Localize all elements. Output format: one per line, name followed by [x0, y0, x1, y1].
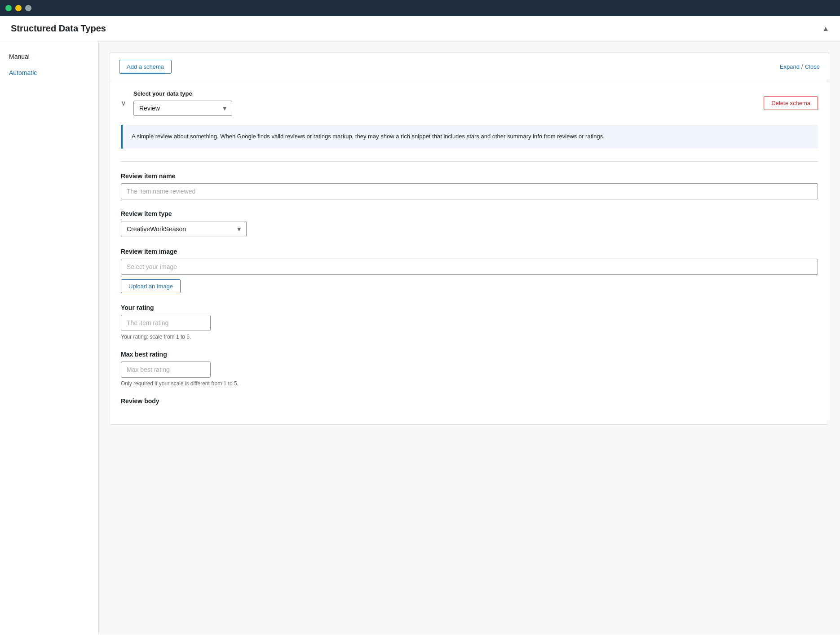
review-item-type-select-wrapper: CreativeWorkSeason Book Movie MusicAlbum… — [121, 221, 247, 237]
link-separator: / — [801, 63, 803, 71]
form-group-max-best-rating: Max best rating Only required if your sc… — [121, 351, 818, 387]
review-body-label: Review body — [121, 397, 818, 405]
your-rating-label: Your rating — [121, 304, 818, 311]
review-item-image-label: Review item image — [121, 248, 818, 255]
sidebar-item-manual[interactable]: Manual — [0, 49, 98, 65]
content-area: Add a schema Expand / Close ∨ Select you… — [99, 41, 840, 635]
form-group-review-item-type: Review item type CreativeWorkSeason Book… — [121, 210, 818, 237]
data-type-section: Select your data type Review Article Pro… — [133, 90, 756, 116]
info-text: A simple review about something. When Go… — [132, 132, 809, 141]
data-type-select[interactable]: Review Article Product FAQ HowTo LocalBu… — [133, 101, 232, 116]
data-type-label: Select your data type — [133, 90, 756, 97]
info-box: A simple review about something. When Go… — [121, 125, 818, 149]
sidebar: Manual Automatic — [0, 41, 99, 635]
schema-panel-header: Add a schema Expand / Close — [110, 53, 829, 81]
upload-image-button[interactable]: Upload an Image — [121, 279, 181, 293]
your-rating-input[interactable] — [121, 315, 211, 331]
form-group-review-item-name: Review item name — [121, 172, 818, 199]
your-rating-hint: Your rating: scale from 1 to 5. — [121, 334, 818, 340]
titlebar — [0, 0, 840, 16]
titlebar-dot-yellow — [15, 5, 22, 11]
data-type-select-wrapper: Review Article Product FAQ HowTo LocalBu… — [133, 101, 232, 116]
titlebar-dot-gray — [25, 5, 31, 11]
data-type-row: ∨ Select your data type Review Article P… — [121, 90, 818, 116]
delete-schema-button[interactable]: Delete schema — [764, 96, 818, 110]
collapse-icon[interactable]: ▲ — [822, 25, 829, 33]
review-item-image-input[interactable] — [121, 259, 818, 275]
separator-line — [121, 161, 818, 162]
page-header: Structured Data Types ▲ — [0, 16, 840, 41]
max-best-rating-hint: Only required if your scale is different… — [121, 380, 818, 387]
expand-close-links: Expand / Close — [780, 63, 820, 71]
form-group-review-item-image: Review item image Upload an Image — [121, 248, 818, 293]
review-item-name-label: Review item name — [121, 172, 818, 180]
close-link[interactable]: Close — [805, 63, 820, 70]
form-group-review-body: Review body — [121, 397, 818, 405]
form-group-your-rating: Your rating Your rating: scale from 1 to… — [121, 304, 818, 340]
review-item-type-select[interactable]: CreativeWorkSeason Book Movie MusicAlbum… — [121, 221, 247, 237]
review-item-type-label: Review item type — [121, 210, 818, 217]
expand-link[interactable]: Expand — [780, 63, 800, 70]
review-item-name-input[interactable] — [121, 183, 818, 199]
max-best-rating-label: Max best rating — [121, 351, 818, 358]
add-schema-button[interactable]: Add a schema — [119, 60, 172, 74]
app-container: Structured Data Types ▲ Manual Automatic… — [0, 16, 840, 635]
schema-body: ∨ Select your data type Review Article P… — [110, 81, 829, 424]
chevron-down-icon[interactable]: ∨ — [121, 99, 126, 107]
max-best-rating-input[interactable] — [121, 362, 211, 378]
schema-panel: Add a schema Expand / Close ∨ Select you… — [110, 52, 829, 425]
sidebar-item-automatic[interactable]: Automatic — [0, 65, 98, 81]
page-title: Structured Data Types — [11, 23, 106, 34]
main-layout: Manual Automatic Add a schema Expand / C… — [0, 41, 840, 635]
titlebar-dot-green — [5, 5, 12, 11]
